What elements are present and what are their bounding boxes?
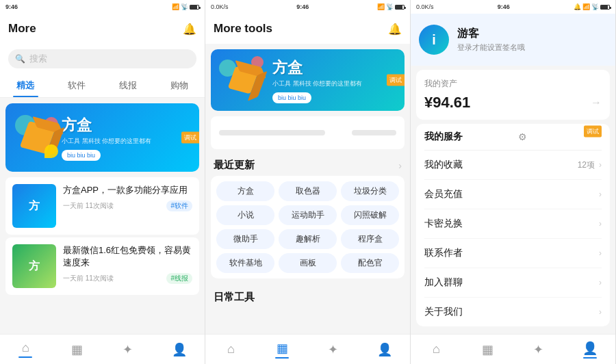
chevron-icon-contact: ›	[599, 248, 602, 258]
search-input-wrap-1[interactable]: 🔍 搜索	[8, 49, 196, 68]
tag-item-peiseguan[interactable]: 配色官	[341, 253, 399, 273]
wifi-icon-1: 📡	[181, 3, 188, 10]
tag-item-qujiexi[interactable]: 趣解析	[279, 229, 337, 249]
nav-profile-2[interactable]: 👤	[359, 335, 410, 364]
panel-profile: 0.0K/s 9:46 🔔 📶 📡 i 游客 登录才能设置签名哦 我的资产 ¥9…	[411, 0, 616, 364]
time-1: 9:46	[5, 3, 18, 10]
gear-icon[interactable]: ⚙	[518, 131, 527, 142]
search-icon-1: 🔍	[15, 54, 25, 64]
tag-item-quse[interactable]: 取色器	[279, 181, 337, 201]
tab-software[interactable]: 软件	[51, 74, 103, 97]
debug-badge-3[interactable]: 调试	[584, 125, 602, 137]
status-left-2: 0.0K/s	[211, 3, 229, 10]
tag-item-chengxuhe[interactable]: 程序盒	[341, 229, 399, 249]
header-1: More 🔔	[0, 14, 205, 44]
wifi-icon-3: 📡	[591, 3, 599, 10]
tag-item-lajifenlei[interactable]: 垃圾分类	[341, 181, 399, 201]
nav-dot-2	[275, 357, 289, 359]
article-item-1[interactable]: 方 方盒APP，一款多功能分享应用 一天前 11次阅读 #软件	[5, 177, 199, 235]
assets-row: ¥94.61 →	[424, 94, 602, 112]
nav-tools-2[interactable]: ✦	[308, 335, 359, 364]
article-time-2: 一天前 11次阅读	[63, 274, 114, 283]
nav-home-1[interactable]: ⌂	[0, 335, 51, 364]
nav-dot-3	[583, 357, 597, 359]
nav-tools-3[interactable]: ✦	[513, 335, 565, 364]
profile-info: 游客 登录才能设置签名哦	[457, 27, 607, 53]
nav-dot-1	[18, 356, 32, 358]
tag-item-huaban[interactable]: 画板	[279, 253, 337, 273]
article-item-2[interactable]: 方 最新微信1.6红包免费领，容易黄速度来 一天前 11次阅读 #线报	[5, 237, 199, 295]
article-thumb-1: 方	[12, 184, 56, 228]
service-row-exchange[interactable]: 卡密兑换 ›	[424, 209, 602, 239]
bottom-nav-2: ⌂ ▦ ✦ 👤	[205, 334, 410, 364]
status-icons-1: 📶 📡	[172, 3, 199, 10]
nav-grid-2[interactable]: ▦	[257, 335, 308, 364]
service-count-favorites: 12项	[578, 159, 595, 171]
assets-arrow[interactable]: →	[591, 96, 602, 109]
panel1-content: 方盒 小工具 黑科技 你想要的这里都有 biu biu biu 调试 方 方盒A…	[0, 98, 205, 334]
tab-deals[interactable]: 线报	[103, 74, 154, 97]
panel2-content: 方盒 小工具 黑科技 你想要的这里都有 biu biu biu 调试 最近更新 …	[205, 44, 410, 334]
battery-icon-3	[600, 5, 610, 10]
service-row-favorites[interactable]: 我的收藏 12项 ›	[424, 151, 602, 180]
nav-profile-1[interactable]: 👤	[153, 335, 205, 364]
nav-home-3[interactable]: ⌂	[411, 335, 462, 364]
search-bar-1: 🔍 搜索	[0, 44, 205, 74]
notification-bell-1[interactable]: 🔔	[183, 22, 196, 36]
banner-btn-2[interactable]: biu biu biu	[272, 92, 311, 103]
tag-item-fanghe[interactable]: 方盒	[216, 181, 274, 201]
service-row-group[interactable]: 加入群聊 ›	[424, 268, 602, 298]
banner-text-2: 方盒 小工具 黑科技 你想要的这里都有 biu biu biu	[272, 57, 396, 103]
status-left-3: 0.0K/s	[416, 3, 434, 10]
grid-icon-1: ▦	[71, 342, 83, 357]
tools-icon-3: ✦	[533, 342, 543, 357]
signal-icon-1: 📶	[172, 3, 179, 10]
service-label-favorites: 我的收藏	[424, 159, 463, 171]
bell-icon-3: 🔔	[574, 3, 581, 10]
service-label-group: 加入群聊	[424, 276, 463, 289]
tag-item-weizhu[interactable]: 微助手	[216, 229, 274, 249]
services-card: 我的服务 ⚙ 调试 我的收藏 12项 › 会员充值 › 卡密兑换 › 联系作	[416, 124, 610, 326]
tag-item-shanzhaopojie[interactable]: 闪照破解	[341, 205, 399, 225]
time-3: 9:46	[498, 3, 510, 10]
home-icon-2: ⌂	[227, 342, 235, 356]
banner-subtitle-1: 小工具 黑科技 你想要的这里都有	[62, 137, 191, 146]
recent-update-title: 最近更新	[214, 159, 255, 172]
battery-icon-1	[190, 5, 199, 10]
search-placeholder-1: 搜索	[29, 53, 47, 65]
signal-icon-3: 📶	[582, 3, 590, 10]
recent-update-arrow: ›	[398, 160, 402, 171]
tag-item-xiaoshuo[interactable]: 小说	[216, 205, 274, 225]
service-card-title: 我的服务	[424, 131, 463, 143]
profile-icon-1: 👤	[172, 342, 187, 357]
service-row-vip[interactable]: 会员充值 ›	[424, 180, 602, 209]
nav-tools-1[interactable]: ✦	[103, 335, 154, 364]
banner-subtitle-2: 小工具 黑科技 你想要的这里都有	[272, 79, 396, 88]
status-bar-2: 0.0K/s 9:46 📶 📡	[205, 0, 410, 14]
bottom-nav-3: ⌂ ▦ ✦ 👤	[411, 334, 615, 364]
tab-featured[interactable]: 精选	[0, 74, 51, 97]
service-row-about[interactable]: 关于我们 ›	[424, 298, 602, 326]
tab-shopping[interactable]: 购物	[153, 74, 205, 97]
tabs-1: 精选 软件 线报 购物	[0, 74, 205, 98]
debug-badge-2[interactable]: 调试	[387, 75, 405, 86]
time-2: 9:46	[296, 3, 309, 10]
article-thumb-2: 方	[12, 244, 56, 288]
grid-icon-3: ▦	[482, 342, 493, 357]
service-row-contact[interactable]: 联系作者 ›	[424, 239, 602, 268]
nav-profile-3[interactable]: 👤	[564, 335, 615, 364]
recent-update-header: 最近更新 ›	[205, 152, 410, 176]
assets-card[interactable]: 我的资产 ¥94.61 →	[416, 70, 610, 120]
nav-grid-3[interactable]: ▦	[462, 335, 513, 364]
status-bar-3: 0.0K/s 9:46 🔔 📶 📡	[411, 0, 615, 14]
banner-illustration-2	[219, 56, 267, 104]
debug-badge-1[interactable]: 调试	[181, 132, 199, 144]
tag-item-yundong[interactable]: 运动助手	[279, 205, 337, 225]
nav-home-2[interactable]: ⌂	[205, 335, 257, 364]
header-2: More tools 🔔	[205, 14, 410, 44]
notification-bell-2[interactable]: 🔔	[388, 22, 402, 36]
nav-grid-1[interactable]: ▦	[51, 335, 103, 364]
tag-item-ruanjianjidi[interactable]: 软件基地	[216, 253, 274, 273]
profile-icon-3: 👤	[582, 341, 598, 356]
banner-btn-1[interactable]: biu biu biu	[62, 150, 101, 161]
